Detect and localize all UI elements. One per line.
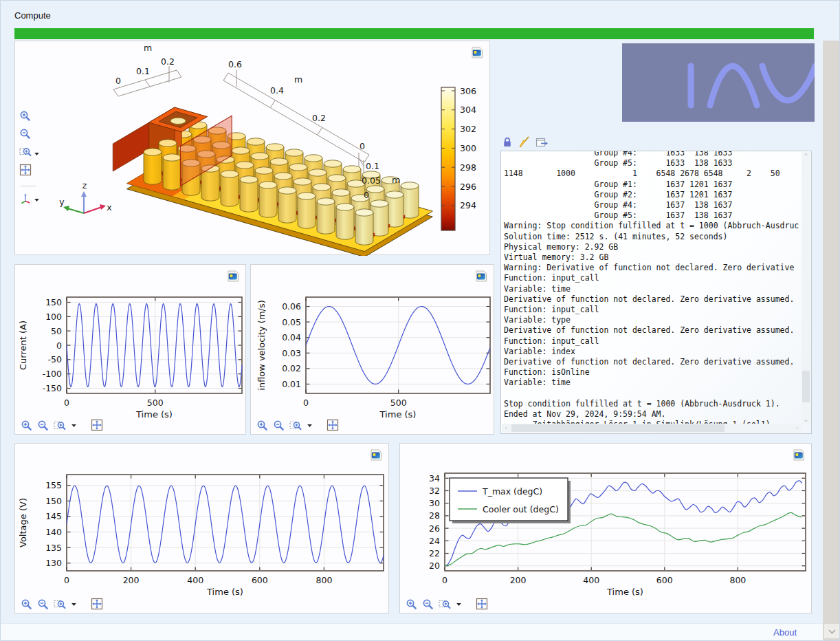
svg-text:0.2: 0.2 xyxy=(161,56,175,67)
zoom-extents-icon[interactable] xyxy=(327,419,339,431)
zoom-in-icon[interactable] xyxy=(406,598,417,610)
svg-text:150: 150 xyxy=(45,496,62,506)
svg-text:0: 0 xyxy=(64,398,69,408)
svg-text:Time (s): Time (s) xyxy=(606,587,643,597)
zoom-in-icon[interactable] xyxy=(19,110,31,124)
zoom-extents-icon[interactable] xyxy=(91,419,103,431)
chevron-down-icon[interactable] xyxy=(307,422,313,428)
svg-text:400: 400 xyxy=(583,575,599,585)
svg-text:135: 135 xyxy=(45,543,62,553)
svg-text:200: 200 xyxy=(510,575,527,585)
svg-text:0: 0 xyxy=(364,190,369,200)
svg-text:302: 302 xyxy=(460,124,476,134)
image-snapshot-icon[interactable] xyxy=(470,47,484,58)
zoom-extents-icon[interactable] xyxy=(19,164,32,179)
battery-3d-scene[interactable]: m00.10.20.60.4m0.200.10.05m0306304302300… xyxy=(15,41,491,256)
svg-text:100: 100 xyxy=(45,312,62,322)
about-link[interactable]: About xyxy=(773,627,797,638)
chevron-down-icon[interactable] xyxy=(71,601,77,607)
zoom-box-icon[interactable] xyxy=(19,146,32,160)
svg-text:304: 304 xyxy=(460,105,476,115)
zoom-box-icon[interactable] xyxy=(289,420,302,431)
svg-text:0: 0 xyxy=(56,340,62,351)
log-toolbar xyxy=(502,136,549,151)
svg-text:500: 500 xyxy=(147,398,164,408)
zoom-extents-icon[interactable] xyxy=(91,598,103,610)
log-vertical-scrollbar[interactable]: ⌃ ⌄ xyxy=(802,152,810,424)
chevron-down-icon[interactable] xyxy=(456,601,462,607)
zoom-extents-icon[interactable] xyxy=(476,598,488,610)
lock-icon[interactable] xyxy=(502,136,513,151)
image-snapshot-icon[interactable] xyxy=(792,449,806,461)
zoom-out-icon[interactable] xyxy=(422,598,434,610)
image-snapshot-icon[interactable] xyxy=(474,270,488,282)
svg-text:0: 0 xyxy=(442,575,447,585)
iav-logo xyxy=(622,43,815,122)
svg-text:24: 24 xyxy=(429,536,440,546)
zoom-out-icon[interactable] xyxy=(273,420,285,431)
chevron-down-icon xyxy=(828,625,837,638)
toolbar-divider xyxy=(21,186,36,186)
image-snapshot-icon[interactable] xyxy=(226,270,240,282)
svg-text:296: 296 xyxy=(460,182,476,192)
svg-text:800: 800 xyxy=(316,575,332,585)
svg-text:Current (A): Current (A) xyxy=(18,320,28,370)
svg-text:0.1: 0.1 xyxy=(136,66,150,76)
chevron-down-icon[interactable] xyxy=(34,193,40,206)
collapse-panel-button[interactable] xyxy=(824,624,839,638)
svg-text:26: 26 xyxy=(429,523,440,534)
clear-log-icon[interactable] xyxy=(518,136,530,151)
svg-text:0: 0 xyxy=(115,76,121,86)
svg-text:298: 298 xyxy=(460,162,476,173)
scroll-left-icon[interactable]: ‹ xyxy=(502,424,511,431)
svg-text:Time (s): Time (s) xyxy=(379,409,417,420)
zoom-in-icon[interactable] xyxy=(256,420,268,431)
svg-text:800: 800 xyxy=(729,575,746,585)
zoom-in-icon[interactable] xyxy=(21,420,32,431)
svg-text:0.2: 0.2 xyxy=(312,113,326,123)
svg-text:30: 30 xyxy=(429,498,440,508)
scroll-right-icon[interactable]: › xyxy=(793,424,802,431)
svg-text:T_max (degC): T_max (degC) xyxy=(482,486,542,497)
plot-toolbar xyxy=(256,419,339,431)
svg-text:m: m xyxy=(144,43,152,53)
progress-bar xyxy=(14,28,814,39)
zoom-out-icon[interactable] xyxy=(37,420,49,431)
temperature-chart[interactable]: 20222426283032340200400600800Time (s)T_m… xyxy=(400,444,813,614)
current-chart[interactable]: -150-100-500501001500500Time (s)Current … xyxy=(15,265,247,435)
svg-text:0.4: 0.4 xyxy=(270,85,284,96)
open-in-new-window-icon[interactable] xyxy=(535,137,549,151)
svg-text:22: 22 xyxy=(429,548,440,558)
default-3d-view-icon[interactable] xyxy=(19,192,32,207)
chevron-down-icon[interactable] xyxy=(34,147,40,160)
image-snapshot-icon[interactable] xyxy=(369,449,383,461)
voltage-chart[interactable]: 1301351401451501550200400600800Time (s)V… xyxy=(15,444,390,614)
svg-text:0.05: 0.05 xyxy=(282,317,301,327)
scroll-up-icon[interactable]: ⌃ xyxy=(802,153,810,160)
inflow-velocity-chart[interactable]: 0.010.020.030.040.050.060500Time (s)infl… xyxy=(251,265,495,435)
svg-text:0.02: 0.02 xyxy=(282,363,301,373)
svg-text:-100: -100 xyxy=(43,369,62,379)
svg-text:z: z xyxy=(82,180,87,191)
svg-text:0: 0 xyxy=(64,575,69,585)
svg-text:600: 600 xyxy=(656,575,673,585)
scroll-down-icon[interactable]: ⌄ xyxy=(802,416,810,423)
scrollbar-thumb[interactable] xyxy=(802,371,810,402)
zoom-in-icon[interactable] xyxy=(21,598,32,610)
svg-text:inflow velocity (m/s): inflow velocity (m/s) xyxy=(256,300,267,391)
zoom-out-icon[interactable] xyxy=(37,598,49,610)
right-edge-strip xyxy=(823,41,840,641)
svg-text:Voltage (V): Voltage (V) xyxy=(18,498,28,547)
zoom-box-icon[interactable] xyxy=(54,420,66,431)
svg-text:294: 294 xyxy=(460,200,476,210)
battery-3d-plot-panel: m00.10.20.60.4m0.200.10.05m0306304302300… xyxy=(14,41,490,255)
svg-text:m: m xyxy=(392,175,400,185)
svg-text:28: 28 xyxy=(429,510,440,521)
scrollbar-thumb[interactable] xyxy=(511,424,725,432)
zoom-out-icon[interactable] xyxy=(19,128,31,142)
svg-text:400: 400 xyxy=(187,575,203,585)
zoom-box-icon[interactable] xyxy=(54,598,66,610)
log-horizontal-scrollbar[interactable]: ‹ › xyxy=(502,424,802,433)
chevron-down-icon[interactable] xyxy=(71,422,77,428)
zoom-box-icon[interactable] xyxy=(439,598,451,610)
